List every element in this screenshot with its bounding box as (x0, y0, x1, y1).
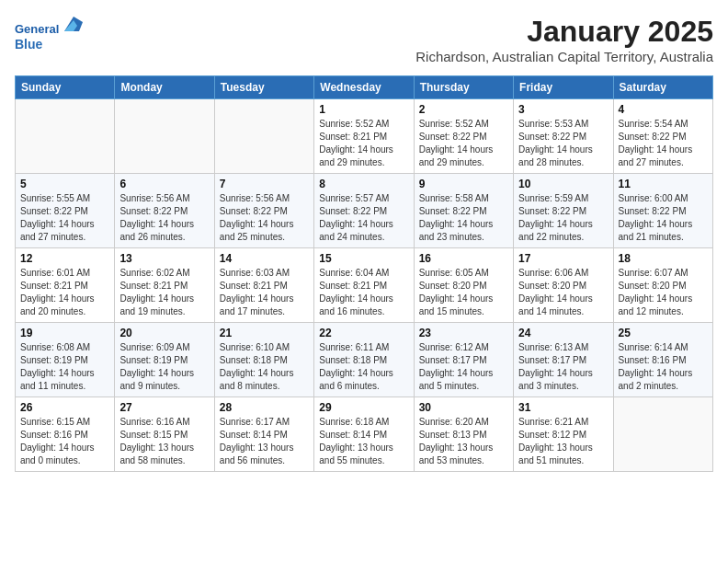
calendar-cell: 1Sunrise: 5:52 AM Sunset: 8:21 PM Daylig… (314, 99, 414, 174)
day-number: 6 (119, 178, 209, 190)
day-number: 5 (20, 178, 109, 190)
day-number: 14 (220, 252, 309, 265)
day-info: Sunrise: 6:03 AM Sunset: 8:21 PM Dayligh… (220, 267, 309, 318)
calendar-cell: 23Sunrise: 6:12 AM Sunset: 8:17 PM Dayli… (414, 323, 513, 397)
day-info: Sunrise: 6:15 AM Sunset: 8:16 PM Dayligh… (20, 416, 109, 467)
day-info: Sunrise: 5:52 AM Sunset: 8:22 PM Dayligh… (419, 118, 508, 169)
calendar-cell: 10Sunrise: 5:59 AM Sunset: 8:22 PM Dayli… (514, 174, 613, 248)
calendar-cell: 3Sunrise: 5:53 AM Sunset: 8:22 PM Daylig… (514, 99, 613, 174)
calendar-cell (115, 99, 214, 174)
day-number: 12 (20, 252, 109, 265)
day-number: 17 (518, 252, 608, 265)
day-info: Sunrise: 6:04 AM Sunset: 8:21 PM Dayligh… (319, 267, 408, 318)
calendar-cell: 4Sunrise: 5:54 AM Sunset: 8:22 PM Daylig… (613, 99, 712, 174)
day-info: Sunrise: 6:08 AM Sunset: 8:19 PM Dayligh… (20, 341, 109, 393)
day-number: 10 (518, 178, 608, 190)
calendar-cell: 16Sunrise: 6:05 AM Sunset: 8:20 PM Dayli… (414, 248, 513, 323)
calendar-cell: 8Sunrise: 5:57 AM Sunset: 8:22 PM Daylig… (314, 174, 414, 248)
day-info: Sunrise: 5:57 AM Sunset: 8:22 PM Dayligh… (319, 192, 408, 244)
day-info: Sunrise: 6:14 AM Sunset: 8:16 PM Dayligh… (619, 341, 708, 393)
calendar-week-row: 5Sunrise: 5:55 AM Sunset: 8:22 PM Daylig… (16, 174, 713, 248)
calendar-cell: 30Sunrise: 6:20 AM Sunset: 8:13 PM Dayli… (414, 397, 513, 472)
calendar-cell: 9Sunrise: 5:58 AM Sunset: 8:22 PM Daylig… (414, 174, 513, 248)
day-number: 1 (319, 103, 408, 116)
calendar-cell: 29Sunrise: 6:18 AM Sunset: 8:14 PM Dayli… (314, 397, 414, 472)
calendar-cell: 13Sunrise: 6:02 AM Sunset: 8:21 PM Dayli… (115, 248, 214, 323)
day-number: 3 (518, 103, 608, 116)
day-number: 16 (419, 252, 508, 265)
calendar-cell: 15Sunrise: 6:04 AM Sunset: 8:21 PM Dayli… (314, 248, 414, 323)
calendar-cell: 2Sunrise: 5:52 AM Sunset: 8:22 PM Daylig… (414, 99, 513, 174)
day-info: Sunrise: 6:02 AM Sunset: 8:21 PM Dayligh… (119, 267, 209, 318)
day-info: Sunrise: 5:53 AM Sunset: 8:22 PM Dayligh… (518, 118, 608, 169)
day-number: 20 (119, 327, 209, 339)
calendar-week-row: 1Sunrise: 5:52 AM Sunset: 8:21 PM Daylig… (16, 99, 713, 174)
calendar-cell: 21Sunrise: 6:10 AM Sunset: 8:18 PM Dayli… (214, 323, 313, 397)
day-info: Sunrise: 6:06 AM Sunset: 8:20 PM Dayligh… (518, 267, 608, 318)
day-number: 21 (220, 327, 309, 339)
header-day-sunday: Sunday (16, 76, 115, 99)
day-info: Sunrise: 6:01 AM Sunset: 8:21 PM Dayligh… (20, 267, 109, 318)
logo-text: General Blue (15, 15, 83, 52)
day-info: Sunrise: 5:56 AM Sunset: 8:22 PM Dayligh… (119, 192, 209, 244)
calendar-cell: 25Sunrise: 6:14 AM Sunset: 8:16 PM Dayli… (613, 323, 712, 397)
day-info: Sunrise: 6:11 AM Sunset: 8:18 PM Dayligh… (319, 341, 408, 393)
day-info: Sunrise: 6:12 AM Sunset: 8:17 PM Dayligh… (419, 341, 508, 393)
day-number: 9 (419, 178, 508, 190)
subtitle: Richardson, Australian Capital Territory… (415, 49, 713, 64)
day-info: Sunrise: 6:09 AM Sunset: 8:19 PM Dayligh… (119, 341, 209, 393)
calendar-header-row: SundayMondayTuesdayWednesdayThursdayFrid… (16, 76, 713, 99)
page-container: General Blue January 2025 Richardson, Au… (15, 15, 713, 472)
calendar-cell: 6Sunrise: 5:56 AM Sunset: 8:22 PM Daylig… (115, 174, 214, 248)
header-day-monday: Monday (115, 76, 214, 99)
title-section: January 2025 Richardson, Australian Capi… (415, 15, 713, 72)
day-info: Sunrise: 6:18 AM Sunset: 8:14 PM Dayligh… (319, 416, 408, 467)
day-number: 29 (319, 401, 408, 414)
day-info: Sunrise: 5:52 AM Sunset: 8:21 PM Dayligh… (319, 118, 408, 169)
day-info: Sunrise: 6:17 AM Sunset: 8:14 PM Dayligh… (220, 416, 309, 467)
calendar-cell: 22Sunrise: 6:11 AM Sunset: 8:18 PM Dayli… (314, 323, 414, 397)
day-number: 31 (518, 401, 608, 414)
calendar-cell: 19Sunrise: 6:08 AM Sunset: 8:19 PM Dayli… (16, 323, 115, 397)
calendar-table: SundayMondayTuesdayWednesdayThursdayFrid… (15, 75, 713, 472)
calendar-week-row: 19Sunrise: 6:08 AM Sunset: 8:19 PM Dayli… (16, 323, 713, 397)
day-number: 30 (419, 401, 508, 414)
day-number: 27 (119, 401, 209, 414)
calendar-cell: 5Sunrise: 5:55 AM Sunset: 8:22 PM Daylig… (16, 174, 115, 248)
calendar-week-row: 12Sunrise: 6:01 AM Sunset: 8:21 PM Dayli… (16, 248, 713, 323)
calendar-cell: 20Sunrise: 6:09 AM Sunset: 8:19 PM Dayli… (115, 323, 214, 397)
day-info: Sunrise: 6:20 AM Sunset: 8:13 PM Dayligh… (419, 416, 508, 467)
day-number: 19 (20, 327, 109, 339)
calendar-cell: 26Sunrise: 6:15 AM Sunset: 8:16 PM Dayli… (16, 397, 115, 472)
day-number: 18 (619, 252, 708, 265)
day-number: 26 (20, 401, 109, 414)
logo: General Blue (15, 15, 83, 52)
header-day-friday: Friday (514, 76, 613, 99)
day-info: Sunrise: 5:54 AM Sunset: 8:22 PM Dayligh… (619, 118, 708, 169)
day-number: 4 (619, 103, 708, 116)
logo-blue: Blue (15, 37, 42, 52)
logo-general: General (15, 22, 59, 36)
day-info: Sunrise: 6:07 AM Sunset: 8:20 PM Dayligh… (619, 267, 708, 318)
day-number: 15 (319, 252, 408, 265)
calendar-cell: 14Sunrise: 6:03 AM Sunset: 8:21 PM Dayli… (214, 248, 313, 323)
day-number: 24 (518, 327, 608, 339)
day-number: 7 (220, 178, 309, 190)
header-day-saturday: Saturday (613, 76, 712, 99)
calendar-cell (16, 99, 115, 174)
day-number: 11 (619, 178, 708, 190)
calendar-cell: 12Sunrise: 6:01 AM Sunset: 8:21 PM Dayli… (16, 248, 115, 323)
day-info: Sunrise: 6:00 AM Sunset: 8:22 PM Dayligh… (619, 192, 708, 244)
day-info: Sunrise: 6:13 AM Sunset: 8:17 PM Dayligh… (518, 341, 608, 393)
header-day-wednesday: Wednesday (314, 76, 414, 99)
day-number: 22 (319, 327, 408, 339)
day-info: Sunrise: 5:55 AM Sunset: 8:22 PM Dayligh… (20, 192, 109, 244)
day-number: 2 (419, 103, 508, 116)
calendar-cell (214, 99, 313, 174)
day-info: Sunrise: 5:58 AM Sunset: 8:22 PM Dayligh… (419, 192, 508, 244)
day-number: 25 (619, 327, 708, 339)
calendar-cell: 7Sunrise: 5:56 AM Sunset: 8:22 PM Daylig… (214, 174, 313, 248)
day-info: Sunrise: 6:05 AM Sunset: 8:20 PM Dayligh… (419, 267, 508, 318)
day-number: 8 (319, 178, 408, 190)
month-title: January 2025 (415, 15, 713, 49)
